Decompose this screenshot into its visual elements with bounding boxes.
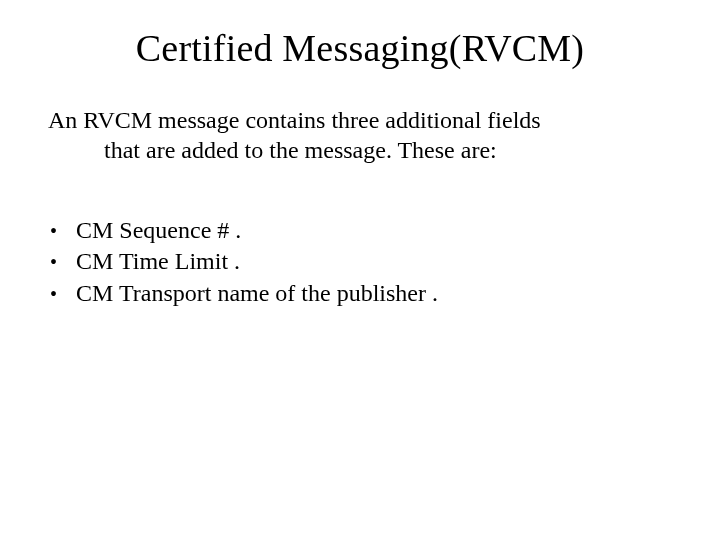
intro-line-1: An RVCM message contains three additiona… [48,107,541,133]
list-item: • CM Sequence # . [0,216,720,246]
bullet-text: CM Time Limit . [76,247,720,277]
list-item: • CM Time Limit . [0,247,720,277]
slide: Certified Messaging(RVCM) An RVCM messag… [0,0,720,540]
bullet-icon: • [0,282,76,307]
list-item: • CM Transport name of the publisher . [0,279,720,309]
bullet-icon: • [0,250,76,275]
slide-title: Certified Messaging(RVCM) [0,0,720,70]
intro-line-2: that are added to the message. These are… [48,136,662,166]
bullet-text: CM Transport name of the publisher . [76,279,720,309]
bullet-icon: • [0,219,76,244]
bullet-list: • CM Sequence # . • CM Time Limit . • CM… [0,216,720,309]
intro-paragraph: An RVCM message contains three additiona… [48,106,662,166]
bullet-text: CM Sequence # . [76,216,720,246]
